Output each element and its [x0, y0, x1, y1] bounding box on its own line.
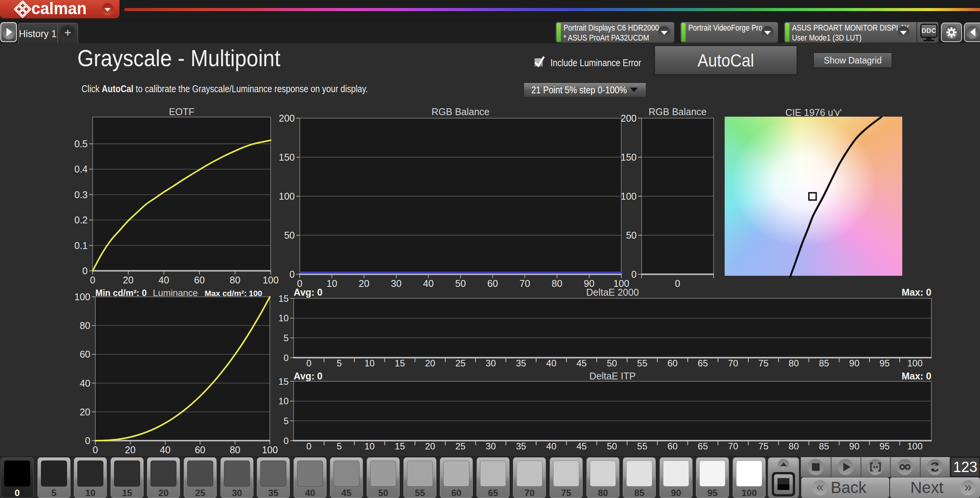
svg-text:200: 200 — [621, 113, 637, 124]
svg-text:Luminance: Luminance — [153, 288, 198, 298]
svg-text:35: 35 — [516, 441, 526, 451]
svg-text:25: 25 — [455, 441, 466, 451]
svg-text:80: 80 — [80, 320, 90, 331]
svg-text:75: 75 — [758, 441, 769, 451]
svg-text:50: 50 — [626, 230, 637, 241]
svg-text:20: 20 — [80, 407, 90, 417]
svg-text:40: 40 — [546, 441, 557, 451]
svg-text:Min cd/m²: 0: Min cd/m²: 0 — [95, 288, 147, 298]
svg-text:40: 40 — [158, 275, 169, 285]
svg-text:150: 150 — [621, 152, 637, 163]
svg-text:60: 60 — [194, 275, 205, 285]
svg-text:95: 95 — [879, 441, 890, 451]
svg-text:20: 20 — [125, 444, 136, 455]
svg-text:RGB Balance: RGB Balance — [648, 106, 706, 117]
svg-text:25: 25 — [455, 358, 466, 368]
svg-text:Max: 0: Max: 0 — [902, 371, 931, 381]
svg-text:75: 75 — [758, 358, 769, 368]
svg-text:0: 0 — [306, 441, 311, 451]
svg-text:5: 5 — [284, 416, 289, 426]
svg-text:70: 70 — [728, 358, 738, 368]
svg-text:0: 0 — [289, 269, 295, 280]
svg-text:10: 10 — [364, 358, 375, 368]
svg-text:35: 35 — [516, 358, 526, 368]
svg-text:100: 100 — [74, 291, 90, 302]
svg-text:45: 45 — [577, 358, 587, 368]
svg-text:RGB Balance: RGB Balance — [431, 106, 489, 117]
svg-text:60: 60 — [80, 349, 90, 360]
svg-text:80: 80 — [789, 441, 799, 451]
svg-text:90: 90 — [849, 441, 859, 451]
svg-text:30: 30 — [486, 358, 496, 368]
svg-text:40: 40 — [80, 378, 90, 389]
svg-text:0: 0 — [631, 269, 637, 280]
svg-text:80: 80 — [230, 444, 240, 455]
svg-text:65: 65 — [698, 441, 708, 451]
svg-text:100: 100 — [279, 191, 295, 202]
svg-text:20: 20 — [425, 441, 435, 451]
svg-text:Max: 0: Max: 0 — [902, 287, 931, 298]
svg-text:15: 15 — [395, 441, 405, 451]
svg-text:0.3: 0.3 — [74, 189, 88, 200]
svg-text:10: 10 — [364, 441, 375, 451]
svg-text:80: 80 — [789, 358, 799, 368]
svg-text:200: 200 — [279, 113, 295, 124]
svg-text:0.2: 0.2 — [74, 215, 88, 225]
svg-text:5: 5 — [336, 441, 341, 451]
svg-text:10: 10 — [278, 396, 289, 406]
svg-text:0: 0 — [82, 265, 88, 276]
svg-text:0: 0 — [93, 444, 98, 455]
svg-text:90: 90 — [849, 358, 859, 368]
svg-text:100: 100 — [262, 444, 278, 455]
svg-text:85: 85 — [819, 358, 829, 368]
svg-text:65: 65 — [698, 358, 708, 368]
svg-text:Avg: 0: Avg: 0 — [294, 287, 322, 298]
svg-text:0: 0 — [90, 275, 95, 285]
svg-text:50: 50 — [607, 441, 617, 451]
svg-text:150: 150 — [279, 152, 295, 163]
svg-text:0: 0 — [85, 435, 90, 446]
svg-text:0: 0 — [306, 358, 311, 368]
svg-text:0: 0 — [284, 436, 289, 446]
svg-text:40: 40 — [546, 358, 557, 368]
svg-text:40: 40 — [160, 444, 170, 455]
svg-text:5: 5 — [336, 358, 341, 368]
svg-text:DeltaE ITP: DeltaE ITP — [590, 371, 636, 381]
svg-text:50: 50 — [607, 358, 617, 368]
svg-text:15: 15 — [395, 358, 405, 368]
svg-text:55: 55 — [637, 358, 647, 368]
svg-text:85: 85 — [819, 441, 829, 451]
svg-text:30: 30 — [486, 441, 496, 451]
svg-text:100: 100 — [907, 441, 923, 451]
svg-text:60: 60 — [667, 441, 678, 451]
svg-text:0.5: 0.5 — [74, 138, 88, 149]
svg-text:50: 50 — [284, 230, 295, 241]
svg-text:5: 5 — [284, 333, 289, 343]
svg-text:DeltaE 2000: DeltaE 2000 — [586, 287, 639, 298]
svg-text:15: 15 — [278, 293, 289, 304]
svg-text:0.4: 0.4 — [74, 164, 88, 174]
svg-text:100: 100 — [907, 358, 923, 368]
svg-text:20: 20 — [425, 358, 435, 368]
svg-text:55: 55 — [637, 441, 647, 451]
svg-text:45: 45 — [577, 441, 587, 451]
svg-text:Max cd/m²: 100: Max cd/m²: 100 — [204, 289, 262, 298]
svg-text:15: 15 — [278, 376, 289, 387]
svg-text:0.1: 0.1 — [74, 240, 88, 251]
svg-text:60: 60 — [195, 444, 206, 455]
svg-text:100: 100 — [621, 191, 637, 202]
svg-text:80: 80 — [230, 275, 240, 285]
svg-text:0: 0 — [284, 353, 289, 363]
svg-text:60: 60 — [667, 358, 678, 368]
svg-text:70: 70 — [728, 441, 738, 451]
svg-text:20: 20 — [123, 275, 134, 285]
svg-text:EOTF: EOTF — [169, 106, 194, 117]
svg-text:10: 10 — [278, 313, 289, 323]
svg-text:Avg: 0: Avg: 0 — [294, 371, 322, 381]
svg-text:95: 95 — [879, 358, 890, 368]
